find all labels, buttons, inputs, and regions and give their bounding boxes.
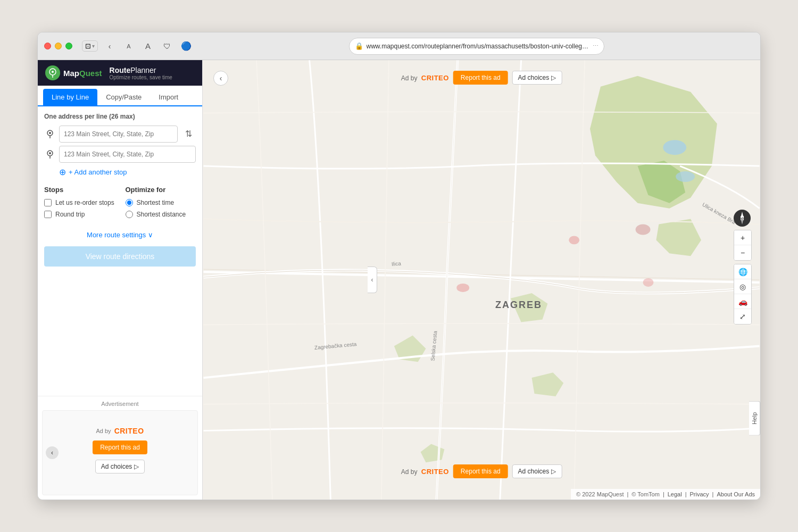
mapquest-icon — [45, 65, 60, 80]
sidebar-report-ad-button[interactable]: Report this ad — [93, 440, 147, 454]
optimize-options-col: Optimize for Shortest time Shortest dist… — [126, 186, 196, 222]
shortest-distance-radio[interactable] — [126, 211, 133, 218]
location-button[interactable]: ◎ — [734, 279, 751, 294]
sidebar-ad-choices-label: Ad choices — [101, 463, 132, 470]
globe-view-button[interactable]: 🌐 — [734, 264, 751, 279]
sidebar-ad-prev-button[interactable]: ‹ — [46, 446, 59, 459]
zoom-in-button[interactable]: + — [734, 230, 751, 245]
traffic-light-maximize[interactable] — [65, 43, 72, 49]
traffic-light-minimize[interactable] — [55, 43, 62, 49]
fullscreen-button[interactable]: ⤢ — [734, 309, 751, 324]
chevron-down-icon: ∨ — [148, 231, 153, 239]
compass-rose[interactable]: N — [734, 210, 751, 227]
sidebar-ad-by-text: Ad by — [96, 428, 111, 434]
map-ad-bottom-choices-button[interactable]: Ad choices ▷ — [512, 464, 562, 478]
tab-import[interactable]: Import — [150, 89, 187, 105]
destination-icon — [44, 148, 56, 160]
shortest-time-label: Shortest time — [137, 199, 174, 206]
svg-point-15 — [569, 236, 579, 244]
map-area[interactable]: ZAGREB Ilica Selska cesta Zagrebačka ces… — [203, 60, 760, 500]
round-trip-option: Round trip — [44, 211, 115, 218]
footer-privacy-link[interactable]: Privacy — [690, 491, 709, 497]
route-planner-label: RoutePlanner — [110, 66, 172, 74]
address-inputs: ⇅ — [44, 126, 196, 163]
footer-legal-link[interactable]: Legal — [668, 491, 682, 497]
sidebar-collapse-button[interactable]: ‹ — [368, 267, 377, 293]
back-button[interactable]: ‹ — [102, 39, 117, 54]
map-back-button[interactable]: ‹ — [213, 71, 228, 86]
help-tab[interactable]: Help — [749, 401, 760, 436]
shortest-distance-label: Shortest distance — [137, 211, 186, 218]
svg-point-11 — [676, 171, 695, 182]
map-ad-bottom-choices-icon: ▷ — [551, 468, 556, 475]
svg-point-17 — [643, 278, 654, 287]
options-section: Stops Let us re-order stops Round trip O… — [44, 186, 196, 222]
sidebar-ad-box: ‹ Ad by CRITEO Report this ad Ad choices… — [42, 410, 198, 495]
reorder-stops-label: Let us re-order stops — [55, 199, 114, 206]
origin-icon — [44, 128, 56, 140]
footer-about-ads-link[interactable]: About Our Ads — [717, 491, 755, 497]
sidebar-toggle-button[interactable]: ⊡ ▾ — [82, 40, 98, 52]
footer-sep2: | — [663, 491, 664, 497]
shield-icon[interactable]: 🛡 — [160, 39, 174, 54]
sidebar: MapQuest RoutePlanner Optimize routes, s… — [38, 60, 203, 500]
address-row-2 — [44, 146, 196, 163]
swap-button[interactable]: ⇅ — [181, 127, 196, 142]
svg-point-7 — [49, 152, 51, 154]
browser-controls: ⊡ ▾ ‹ A A 🛡 🔵 — [82, 39, 194, 54]
footer-sep1: | — [627, 491, 629, 497]
footer-copyright: © 2022 MapQuest — [576, 491, 624, 497]
map-ad-bottom-by: Ad by CRITEO — [401, 468, 449, 476]
ssl-icon: 🔒 — [355, 42, 363, 50]
text-size-large[interactable]: A — [140, 39, 155, 54]
map-ad-top-choices-label: Ad choices — [518, 74, 550, 81]
origin-input[interactable] — [59, 126, 178, 143]
optimize-title: Optimize for — [126, 186, 196, 194]
traffic-button[interactable]: 🚗 — [734, 294, 751, 309]
planner-light: Planner — [130, 66, 156, 74]
text-size-small[interactable]: A — [121, 39, 136, 54]
route-bold: Route — [110, 66, 131, 74]
map-ad-top-choices-button[interactable]: Ad choices ▷ — [512, 71, 562, 85]
zoom-controls: + − — [734, 230, 752, 261]
map-ad-top-report-button[interactable]: Report this ad — [453, 71, 508, 85]
more-settings-toggle[interactable]: More route settings ∨ — [44, 231, 196, 239]
map-controls: N + − 🌐 ◎ 🚗 ⤢ — [734, 210, 752, 327]
map-ad-bottom-choices-label: Ad choices — [518, 468, 550, 475]
more-settings-label: More route settings — [87, 231, 146, 239]
shortest-time-radio[interactable] — [126, 199, 133, 206]
add-stop-button[interactable]: ⊕ + Add another stop — [59, 167, 127, 177]
tab-line-by-line[interactable]: Line by Line — [43, 89, 97, 105]
sidebar-ad-by-row: Ad by CRITEO — [96, 427, 144, 435]
stops-options-col: Stops Let us re-order stops Round trip — [44, 186, 115, 222]
extension-icon[interactable]: 🔵 — [179, 39, 194, 54]
tab-copy-paste[interactable]: Copy/Paste — [97, 89, 150, 105]
address-bar[interactable]: 🔒 www.mapquest.com/routeplanner/from/us/… — [349, 38, 604, 55]
share-icon: ⋯ — [593, 43, 598, 49]
view-route-directions-button[interactable]: View route directions — [44, 246, 196, 267]
view-directions-label: View route directions — [86, 252, 155, 261]
map-ad-bottom-report-button[interactable]: Report this ad — [453, 464, 508, 478]
map-ad-top-by: Ad by CRITEO — [401, 74, 449, 82]
shortest-time-option: Shortest time — [126, 199, 196, 206]
round-trip-checkbox[interactable] — [44, 211, 52, 218]
svg-point-16 — [636, 225, 651, 235]
tab-bar: Line by Line Copy/Paste Import — [38, 86, 202, 106]
destination-input[interactable] — [59, 146, 196, 163]
sidebar-criteo-logo: CRITEO — [114, 427, 144, 435]
sidebar-ad-section: Advertisement ‹ Ad by CRITEO Report this… — [38, 396, 202, 500]
browser-window: ⊡ ▾ ‹ A A 🛡 🔵 🔒 www.mapquest.com/routepl… — [37, 32, 761, 500]
browser-titlebar: ⊡ ▾ ‹ A A 🛡 🔵 🔒 www.mapquest.com/routepl… — [38, 32, 760, 60]
back-arrow-icon: ‹ — [220, 74, 222, 82]
address-hint: One address per line (26 max) — [44, 113, 196, 120]
add-icon: ⊕ — [59, 167, 66, 177]
traffic-light-close[interactable] — [44, 43, 51, 49]
zoom-out-button[interactable]: − — [734, 245, 751, 260]
svg-marker-18 — [741, 212, 744, 218]
reorder-stops-checkbox[interactable] — [44, 199, 52, 206]
svg-point-1 — [52, 71, 54, 73]
brand-quest: Quest — [79, 69, 102, 78]
address-row-1: ⇅ — [44, 126, 196, 143]
sidebar-ad-choices-button[interactable]: Ad choices ▷ — [95, 460, 145, 473]
map-ad-top-choices-icon: ▷ — [551, 74, 556, 81]
